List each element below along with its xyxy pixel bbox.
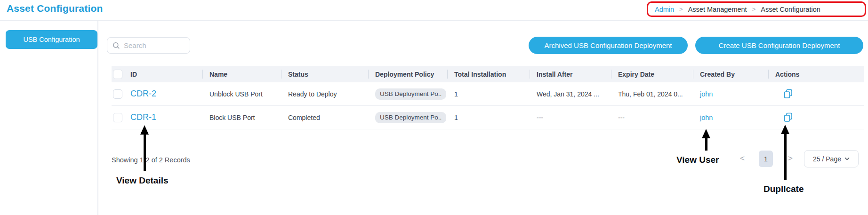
breadcrumb-asset-configuration[interactable]: Asset Configuration <box>761 6 820 13</box>
create-usb-configuration-deployment-button[interactable]: Create USB Configuration Deployment <box>695 37 863 54</box>
column-header-expiry-date: Expiry Date <box>611 66 693 82</box>
chevron-right-icon: > <box>679 6 683 13</box>
row-name: Block USB Port <box>202 106 281 129</box>
duplicate-button[interactable] <box>784 112 793 122</box>
column-header-id: ID <box>129 66 202 82</box>
column-header-install-after: Install After <box>530 66 611 82</box>
archived-usb-configuration-deployment-button[interactable]: Archived USB Configuration Deployment <box>529 37 688 54</box>
column-header-actions: Actions <box>768 66 864 82</box>
page-size-select[interactable]: 25 / Page <box>804 150 859 167</box>
column-header-created-by: Created By <box>693 66 768 82</box>
created-by-user-link[interactable]: john <box>700 90 713 98</box>
column-header-total-installation: Total Installation <box>447 66 530 82</box>
sidebar-divider <box>97 21 98 215</box>
duplicate-button[interactable] <box>784 89 793 99</box>
asset-configuration-page: Asset Configuration Admin > Asset Manage… <box>0 0 868 215</box>
pagination-prev-button[interactable]: < <box>740 154 745 163</box>
deployment-policy-tag: USB Deployment Po.. <box>375 88 446 100</box>
copy-icon <box>784 89 793 99</box>
table-row: CDR-1 Block USB Port Completed USB Deplo… <box>112 106 864 129</box>
row-total-installation: 1 <box>447 82 530 105</box>
search-box <box>107 37 190 54</box>
row-expiry-date: --- <box>611 106 693 129</box>
breadcrumb-admin[interactable]: Admin <box>655 6 674 13</box>
table-row: CDR-2 Unblock USB Port Ready to Deploy U… <box>112 82 864 106</box>
row-id-link[interactable]: CDR-1 <box>130 112 156 122</box>
view-user-annotation: View User <box>676 155 719 165</box>
row-status: Completed <box>281 106 368 129</box>
records-summary: Showing 1-2 of 2 Records <box>112 156 190 164</box>
page-size-value: 25 / Page <box>813 155 841 163</box>
row-status: Ready to Deploy <box>281 82 368 105</box>
row-id-link[interactable]: CDR-2 <box>130 89 156 99</box>
header-divider <box>0 20 868 21</box>
row-name: Unblock USB Port <box>202 82 281 105</box>
copy-icon <box>784 112 793 122</box>
row-checkbox[interactable] <box>113 113 122 122</box>
column-header-deployment-policy: Deployment Policy <box>368 66 447 82</box>
row-total-installation: 1 <box>447 106 530 129</box>
duplicate-arrow <box>784 133 787 180</box>
row-install-after: --- <box>530 106 611 129</box>
pagination-next-button[interactable]: > <box>788 154 793 163</box>
column-header-status: Status <box>281 66 368 82</box>
row-checkbox[interactable] <box>113 89 122 99</box>
page-title: Asset Configuration <box>7 3 103 14</box>
view-details-arrow <box>144 133 146 171</box>
select-all-checkbox[interactable] <box>113 70 122 79</box>
view-details-annotation: View Details <box>116 175 169 186</box>
table-header-row: ID Name Status Deployment Policy Total I… <box>112 66 864 82</box>
breadcrumb-asset-management[interactable]: Asset Management <box>688 6 747 13</box>
deployment-policy-tag: USB Deployment Po.. <box>375 112 446 123</box>
created-by-user-link[interactable]: john <box>700 114 713 121</box>
sidebar-item-usb-configuration[interactable]: USB Configuration <box>6 30 97 49</box>
pagination-page-1[interactable]: 1 <box>759 151 773 167</box>
chevron-down-icon <box>844 157 850 160</box>
search-icon <box>113 42 120 49</box>
deployment-table: ID Name Status Deployment Policy Total I… <box>112 66 864 129</box>
chevron-right-icon: > <box>752 6 756 13</box>
sidebar-item-label: USB Configuration <box>23 36 80 43</box>
search-input[interactable] <box>124 41 185 49</box>
row-install-after: Wed, Jan 31, 2024 ... <box>530 82 611 105</box>
duplicate-annotation: Duplicate <box>764 184 804 194</box>
column-header-name: Name <box>202 66 281 82</box>
row-expiry-date: Thu, Feb 01, 2024 0... <box>611 82 693 105</box>
breadcrumb: Admin > Asset Management > Asset Configu… <box>647 1 866 17</box>
view-user-arrow <box>705 137 707 151</box>
